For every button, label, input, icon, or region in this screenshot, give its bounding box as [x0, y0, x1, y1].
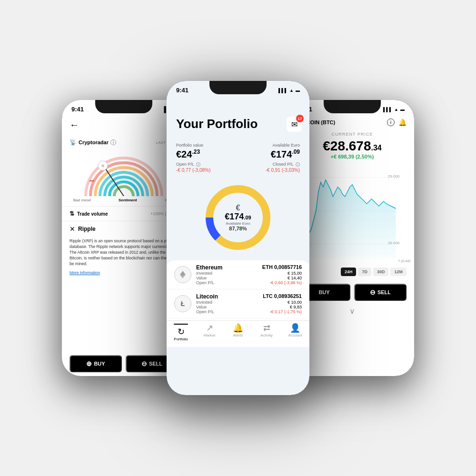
time-label-end: 7:20 AM: [398, 259, 410, 263]
open-pl-value: -€ 0,77 (-3,08%): [176, 168, 238, 173]
trade-vol-left: ⇅ Trade volume: [69, 210, 108, 217]
portfolio-header: Your Portfolio ✉ 17: [167, 96, 309, 143]
notification-button[interactable]: ✉ 17: [287, 117, 302, 132]
tab-24h[interactable]: 24H: [341, 268, 357, 276]
pl-row: Open P/L i -€ 0,77 (-3,08%) Closed P/L i…: [167, 160, 309, 175]
ltc-value-row: Value € 9,83: [196, 305, 302, 309]
eth-svg: [178, 270, 188, 279]
center-status-icons: ▌▌▌ ▲ ▬: [278, 88, 300, 93]
eth-value-row: Value € 14,40: [196, 276, 302, 280]
donut-amount: €174.09: [225, 212, 251, 221]
btc-header-icons: i 🔔: [387, 119, 407, 126]
eth-name: Ethereum: [196, 264, 222, 271]
ltc-invested-row: Invested € 10,00: [196, 300, 302, 305]
eth-invested-row: Invested € 15,00: [196, 271, 302, 276]
nav-market[interactable]: ↗ Market: [195, 324, 224, 341]
center-screen: 9:41 ▌▌▌ ▲ ▬ Your Portfolio ✉ 17: [167, 81, 309, 395]
holding-ethereum[interactable]: Ethereum ETH 0,00857716 Invested € 15,00…: [167, 260, 309, 289]
open-pl-item: Open P/L i -€ 0,77 (-3,08%): [176, 162, 238, 173]
nav-active-bar: [174, 324, 188, 325]
activity-icon: ⇄: [263, 324, 270, 332]
eth-icon: [174, 266, 191, 283]
app-scene: 9:41 ▌▌▌ ← 📡 Cryptoradar i LA: [24, 24, 452, 452]
market-icon: ↗: [206, 324, 213, 332]
plus-icon: ⊕: [86, 360, 92, 367]
portfolio-value-amount: €24.23: [176, 149, 238, 160]
alerts-icon: 🔔: [233, 324, 243, 332]
donut-wrapper: € €174.09 Available Euro 87,78%: [200, 179, 276, 256]
tab-7d[interactable]: 7D: [358, 268, 371, 276]
portfolio-title: Your Portfolio: [176, 117, 300, 131]
right-status-icons: ▌▌▌ ▲ ▬: [383, 107, 405, 112]
pl-info-icon[interactable]: i: [196, 162, 200, 167]
nav-alerts[interactable]: 🔔 Alerts: [224, 324, 252, 341]
donut-center: € €174.09 Available Euro 87,78%: [225, 203, 251, 231]
account-icon: 👤: [290, 324, 300, 332]
donut-percent: 87,78%: [225, 226, 251, 231]
center-phone: 9:41 ▌▌▌ ▲ ▬ Your Portfolio ✉ 17: [167, 81, 309, 395]
radar-wifi-icon: 📡: [69, 139, 77, 146]
donut-euro: €: [225, 203, 251, 212]
signal-icon-center: ▌▌▌: [278, 88, 288, 93]
closed-pl-info-icon[interactable]: i: [296, 162, 300, 167]
eth-ticker: ETH 0,00857716: [262, 264, 302, 270]
donut-label: Available Euro: [225, 221, 251, 226]
available-euro-item: Available Euro €174.09: [238, 143, 300, 160]
signal-icon-right: ▌▌▌: [383, 107, 392, 112]
right-notch: [324, 100, 381, 113]
bottom-nav: ↻ Portfolio ↗ Market 🔔 Alerts ⇄ Activity…: [167, 320, 309, 347]
portfolio-values: Portfolio value €24.23 Available Euro €1…: [167, 143, 309, 160]
info-icon[interactable]: i: [110, 139, 116, 145]
radar-arcs-svg: ✕: [81, 153, 167, 196]
donut-container: € €174.09 Available Euro 87,78%: [167, 175, 309, 260]
wifi-icon-right: ▲: [394, 107, 398, 112]
ltc-ticker: LTC 0,08936251: [263, 293, 302, 299]
portfolio-icon: ↻: [178, 327, 185, 336]
coin-name: Ripple: [78, 226, 96, 232]
eth-info: Ethereum ETH 0,00857716 Invested € 15,00…: [196, 264, 302, 285]
minus-right-icon: ⊖: [370, 288, 376, 296]
eth-pl-row: Open P/L -€ 0,60 (-3,98 %): [196, 280, 302, 285]
notification-badge: 17: [296, 115, 304, 122]
portfolio-value-item: Portfolio value €24.23: [176, 143, 238, 160]
wifi-icon-center: ▲: [289, 88, 294, 93]
portfolio-value-label: Portfolio value: [176, 143, 238, 148]
tab-30d[interactable]: 30D: [373, 268, 389, 276]
closed-pl-label: Closed P/L i: [238, 162, 300, 167]
radar-title: 📡 Cryptoradar i: [69, 139, 116, 146]
left-time: 9:41: [71, 106, 84, 113]
battery-icon-center: ▬: [296, 88, 300, 93]
left-notch: [95, 100, 152, 113]
ltc-info: Litecoin LTC 0,08936251 Invested € 10,00…: [196, 293, 302, 314]
btc-chart-svg: 29.000 28.000: [294, 163, 410, 258]
center-time: 9:41: [176, 87, 188, 94]
open-pl-label: Open P/L i: [176, 162, 238, 167]
center-notch: [209, 81, 267, 94]
radar-chart: ✕: [69, 149, 178, 196]
battery-icon-right: ▬: [400, 107, 405, 112]
tab-12m[interactable]: 12M: [390, 268, 407, 276]
sentiment-labels: Bad mood Sentiment Good: [69, 198, 178, 202]
available-euro-amount: €174.09: [238, 149, 300, 160]
available-euro-label: Available Euro: [238, 143, 300, 148]
nav-activity[interactable]: ⇄ Activity: [252, 324, 281, 341]
left-buy-button[interactable]: ⊕ BUY: [69, 355, 122, 372]
ltc-icon: Ł: [174, 295, 191, 312]
right-sell-button[interactable]: ⊖ SELL: [354, 284, 407, 301]
trade-icon: ⇅: [69, 210, 74, 217]
ltc-pl-row: Open P/L -€ 0,17 (-1,75 %): [196, 309, 302, 314]
nav-account[interactable]: 👤 Account: [281, 324, 309, 341]
ltc-name: Litecoin: [196, 293, 218, 300]
info-circle-icon[interactable]: i: [387, 119, 395, 126]
svg-text:✕: ✕: [101, 163, 105, 169]
holding-litecoin[interactable]: Ł Litecoin LTC 0,08936251 Invested € 10,…: [167, 289, 309, 318]
back-arrow-icon[interactable]: ←: [69, 119, 79, 130]
bell-icon[interactable]: 🔔: [398, 119, 407, 126]
closed-pl-value: -€ 0,91 (-3,03%): [238, 168, 300, 173]
xrp-icon: ✕: [69, 225, 75, 233]
nav-portfolio[interactable]: ↻ Portfolio: [167, 324, 195, 341]
radar-header: 📡 Cryptoradar i LAST 5.550: [69, 139, 178, 146]
svg-text:29.000: 29.000: [388, 174, 400, 178]
minus-icon: ⊖: [141, 360, 147, 367]
mail-icon: ✉: [291, 120, 298, 129]
